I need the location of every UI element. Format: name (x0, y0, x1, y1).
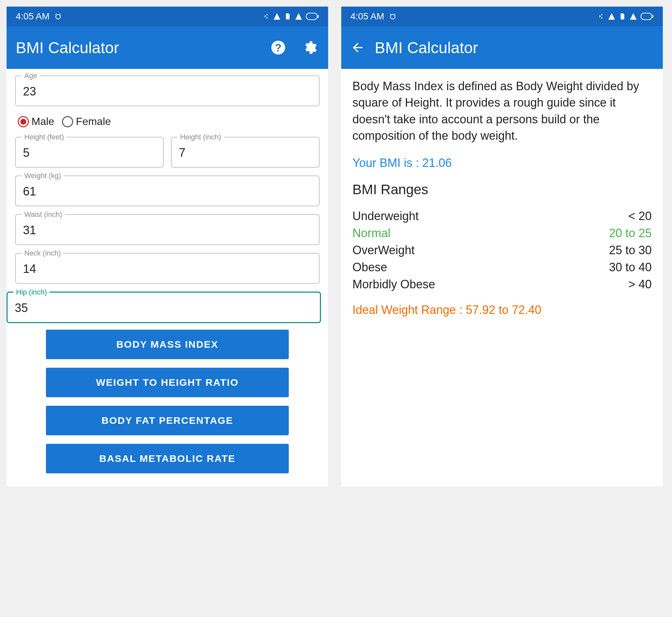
your-bmi-label: Your BMI is : (352, 156, 422, 170)
bfp-button[interactable]: BODY FAT PERCENTAGE (46, 406, 289, 435)
bmi-definition: Body Mass Index is defined as Body Weigh… (352, 78, 652, 144)
settings-button[interactable] (301, 38, 319, 57)
range-row: Obese30 to 40 (352, 260, 652, 274)
svg-rect-0 (306, 13, 317, 20)
sim-icon (284, 12, 291, 20)
signal2-icon (629, 12, 637, 20)
app-title: BMI Calculator (16, 39, 269, 57)
svg-rect-1 (318, 15, 319, 18)
hip-label: Hip (inch) (13, 288, 49, 296)
help-icon: ? (271, 40, 286, 55)
status-time: 4:05 AM (350, 11, 397, 22)
gender-male-radio[interactable]: Male (18, 116, 54, 128)
radio-dot-icon (18, 116, 29, 127)
range-row: Underweight< 20 (352, 209, 652, 223)
range-value: 25 to 30 (609, 243, 652, 257)
hip-input[interactable] (15, 301, 313, 315)
neck-label: Neck (inch) (22, 249, 63, 257)
gender-male-label: Male (31, 116, 54, 128)
ideal-weight-label: Ideal Weight Range : (352, 303, 466, 317)
range-row: Normal20 to 25 (352, 226, 652, 240)
age-input[interactable] (23, 84, 312, 98)
your-bmi: Your BMI is : 21.06 (352, 156, 652, 170)
bluetooth-icon (598, 12, 605, 20)
range-row: Morbidly Obese> 40 (352, 277, 652, 291)
status-right-icons (598, 12, 654, 20)
your-bmi-value: 21.06 (422, 156, 452, 170)
weight-field[interactable]: Weight (kg) (15, 176, 320, 206)
height-feet-field[interactable]: Height (feet) (15, 137, 164, 168)
range-value: 20 to 25 (609, 226, 652, 240)
range-name: Underweight (352, 209, 419, 223)
range-name: Obese (352, 260, 387, 274)
height-feet-input[interactable] (23, 146, 156, 160)
neck-field[interactable]: Neck (inch) (15, 253, 320, 284)
gender-female-radio[interactable]: Female (62, 116, 111, 128)
ranges-list: Underweight< 20Normal20 to 25OverWeight2… (352, 209, 652, 291)
app-bar: BMI Calculator (341, 26, 663, 69)
signal-icon (608, 12, 616, 20)
range-value: 30 to 40 (609, 260, 652, 274)
weight-label: Weight (kg) (22, 172, 64, 180)
status-bar: 4:05 AM (7, 7, 328, 26)
height-inch-label: Height (inch) (177, 133, 224, 141)
gender-radio-group: Male Female (15, 114, 320, 129)
ideal-weight-value: 57.92 to 72.40 (466, 303, 541, 317)
gear-icon (302, 40, 317, 55)
arrow-left-icon (350, 40, 365, 55)
battery-icon (306, 13, 319, 20)
height-feet-label: Height (feet) (22, 133, 66, 141)
neck-input[interactable] (23, 262, 312, 276)
height-inch-input[interactable] (179, 146, 312, 160)
ideal-weight: Ideal Weight Range : 57.92 to 72.40 (352, 303, 652, 317)
battery-icon (641, 13, 654, 20)
back-button[interactable] (350, 40, 365, 55)
alarm-icon (54, 13, 62, 21)
age-field[interactable]: Age (15, 75, 320, 106)
bluetooth-icon (263, 12, 270, 20)
height-inch-field[interactable]: Height (inch) (171, 137, 320, 168)
signal2-icon (295, 12, 303, 20)
bmr-button[interactable]: BASAL METABOLIC RATE (46, 444, 289, 473)
svg-rect-4 (641, 13, 652, 20)
phone-form-screen: 4:05 AM BMI Calculator ? (7, 7, 328, 486)
range-name: Normal (352, 226, 390, 240)
status-bar: 4:05 AM (341, 7, 663, 26)
phone-results-screen: 4:05 AM BMI Calculator Body Mass Index i… (341, 7, 663, 486)
radio-dot-icon (62, 116, 73, 127)
signal-icon (273, 12, 281, 20)
help-button[interactable]: ? (269, 38, 288, 57)
waist-label: Waist (inch) (22, 210, 65, 219)
svg-rect-5 (652, 15, 653, 18)
gender-female-label: Female (76, 116, 111, 128)
bmi-button[interactable]: BODY MASS INDEX (46, 330, 289, 359)
range-value: < 20 (628, 209, 652, 223)
range-name: OverWeight (352, 243, 414, 257)
hip-field[interactable]: Hip (inch) (7, 291, 321, 323)
status-time: 4:05 AM (16, 11, 62, 22)
waist-input[interactable] (23, 223, 312, 237)
waist-field[interactable]: Waist (inch) (15, 214, 320, 245)
svg-text:?: ? (275, 42, 282, 54)
range-row: OverWeight25 to 30 (352, 243, 652, 257)
alarm-icon (389, 13, 397, 21)
weight-input[interactable] (23, 185, 312, 198)
wthr-button[interactable]: WEIGHT TO HEIGHT RATIO (46, 368, 289, 397)
status-right-icons (263, 12, 319, 20)
ranges-heading: BMI Ranges (352, 182, 652, 197)
app-bar: BMI Calculator ? (7, 26, 328, 69)
range-value: > 40 (628, 277, 652, 291)
range-name: Morbidly Obese (352, 277, 435, 291)
sim-icon (619, 12, 626, 20)
age-label: Age (22, 71, 40, 80)
app-title: BMI Calculator (375, 39, 654, 57)
